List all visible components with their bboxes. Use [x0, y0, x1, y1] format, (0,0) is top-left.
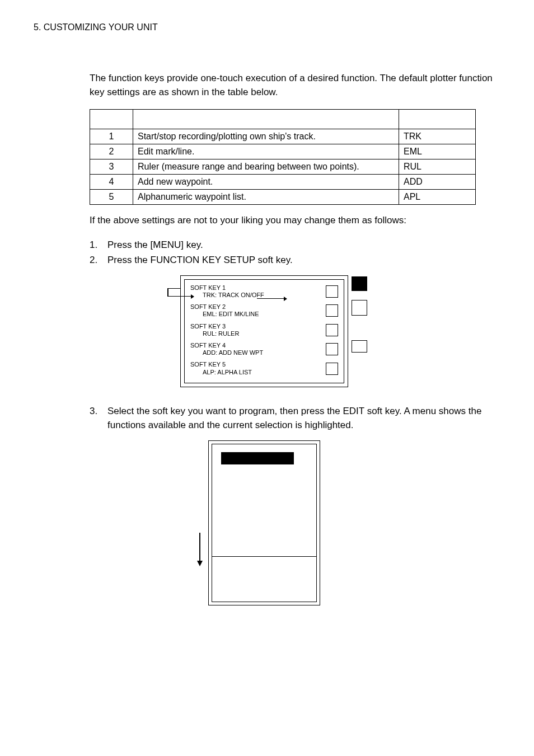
- table-cell: ADD: [399, 175, 476, 190]
- function-key-table: 1 Start/stop recording/plotting own ship…: [90, 109, 476, 205]
- table-cell: Edit mark/line.: [133, 144, 399, 159]
- softkey-text: SOFT KEY 5 ALP: ALPHA LIST: [190, 361, 252, 375]
- steps-list: 3. Select the soft key you want to progr…: [90, 404, 495, 433]
- list-text: Press the FUNCTION KEY SETUP soft key.: [107, 253, 293, 267]
- menu-desc-box: [212, 557, 317, 602]
- side-button-icon: [352, 276, 367, 291]
- table-cell: 5: [90, 190, 133, 205]
- softkey-box-icon: [326, 285, 338, 298]
- softkey-title: SOFT KEY 3: [190, 323, 239, 330]
- table-cell: RUL: [399, 159, 476, 175]
- table-row: 2 Edit mark/line. EML: [90, 144, 476, 159]
- softkey-row: SOFT KEY 1 TRK: TRACK ON/OFF: [190, 284, 340, 299]
- softkey-row: SOFT KEY 3 RUL: RULER: [190, 323, 340, 337]
- table-header-cell: [133, 110, 399, 129]
- cursor-connector-icon: [167, 288, 168, 296]
- side-buttons: [352, 276, 367, 361]
- table-header-cell: [90, 110, 133, 129]
- table-row: 3 Ruler (measure range and bearing betwe…: [90, 159, 476, 175]
- screen-inner: SOFT KEY 1 TRK: TRACK ON/OFF SOFT KEY 2 …: [184, 279, 344, 383]
- arrow-svg-icon: [196, 533, 204, 566]
- table-row: 4 Add new waypoint. ADD: [90, 175, 476, 190]
- softkey-sub: ADD: ADD NEW WPT: [190, 349, 263, 356]
- table-cell: Start/stop recording/plotting own ship's…: [133, 129, 399, 144]
- table-cell: 2: [90, 144, 133, 159]
- side-button-icon: [352, 300, 367, 316]
- table-cell: TRK: [399, 129, 476, 144]
- softkey-row: SOFT KEY 4 ADD: ADD NEW WPT: [190, 342, 340, 356]
- cursor-connector-icon: [167, 288, 181, 289]
- list-item: 2. Press the FUNCTION KEY SETUP soft key…: [90, 253, 495, 267]
- table-cell: 4: [90, 175, 133, 190]
- table-header-cell: [399, 110, 476, 129]
- list-number: 2.: [90, 253, 101, 267]
- table-cell: Alphanumeric waypoint list.: [133, 190, 399, 205]
- softkey-title: SOFT KEY 1: [190, 284, 264, 292]
- steps-list: 1. Press the [MENU] key. 2. Press the FU…: [90, 238, 495, 267]
- list-text: Press the [MENU] key.: [107, 238, 203, 252]
- softkey-text: SOFT KEY 2 EML: EDIT MK/LINE: [190, 303, 259, 318]
- page: 5. CUSTOMIZING YOUR UNIT The function ke…: [0, 0, 534, 756]
- softkey-box-icon: [326, 304, 338, 317]
- softkey-sub: RUL: RULER: [190, 330, 239, 337]
- softkey-row: SOFT KEY 5 ALP: ALPHA LIST: [190, 361, 340, 375]
- table-cell: APL: [399, 190, 476, 205]
- cursor-arrow-icon: [167, 296, 193, 297]
- page-header: 5. CUSTOMIZING YOUR UNIT: [34, 22, 495, 32]
- table-header-row: [90, 110, 476, 129]
- softkey-text: SOFT KEY 3 RUL: RULER: [190, 323, 239, 337]
- after-table-text: If the above settings are not to your li…: [90, 214, 495, 228]
- screen-outer: SOFT KEY 1 TRK: TRACK ON/OFF SOFT KEY 2 …: [180, 275, 348, 387]
- softkey-menu-figure: SOFT KEY 1 TRK: TRACK ON/OFF SOFT KEY 2 …: [180, 275, 348, 387]
- table-row: 5 Alphanumeric waypoint list. APL: [90, 190, 476, 205]
- menu-list-box: [212, 444, 317, 557]
- table-cell: EML: [399, 144, 476, 159]
- softkey-sub: ALP: ALPHA LIST: [190, 369, 252, 376]
- screen-outer: [208, 440, 320, 605]
- table-cell: Add new waypoint.: [133, 175, 399, 190]
- softkey-sub: TRK: TRACK ON/OFF: [190, 292, 264, 299]
- softkey-text: SOFT KEY 4 ADD: ADD NEW WPT: [190, 342, 263, 356]
- list-text: Select the soft key you want to program,…: [107, 404, 495, 433]
- down-arrow-icon: [196, 533, 204, 569]
- softkey-box-icon: [326, 363, 338, 375]
- softkey-title: SOFT KEY 2: [190, 303, 259, 311]
- softkey-sub: EML: EDIT MK/LINE: [190, 311, 259, 318]
- table-cell: 3: [90, 159, 133, 175]
- side-button-icon: [352, 340, 367, 353]
- table-cell: 1: [90, 129, 133, 144]
- table-cell: Ruler (measure range and bearing between…: [133, 159, 399, 175]
- highlighted-item-icon: [221, 452, 294, 464]
- intro-text: The function keys provide one-touch exec…: [90, 72, 495, 99]
- table-row: 1 Start/stop recording/plotting own ship…: [90, 129, 476, 144]
- list-number: 3.: [90, 404, 101, 433]
- list-number: 1.: [90, 238, 101, 252]
- softkey-title: SOFT KEY 5: [190, 361, 252, 368]
- list-item: 3. Select the soft key you want to progr…: [90, 404, 495, 433]
- softkey-box-icon: [326, 324, 338, 336]
- softkey-text: SOFT KEY 1 TRK: TRACK ON/OFF: [190, 284, 264, 299]
- list-item: 1. Press the [MENU] key.: [90, 238, 495, 252]
- svg-marker-1: [197, 561, 203, 566]
- softkey-row: SOFT KEY 2 EML: EDIT MK/LINE: [190, 303, 340, 318]
- softkey-title: SOFT KEY 4: [190, 342, 263, 349]
- function-list-figure: [208, 440, 320, 605]
- softkey-box-icon: [326, 343, 338, 355]
